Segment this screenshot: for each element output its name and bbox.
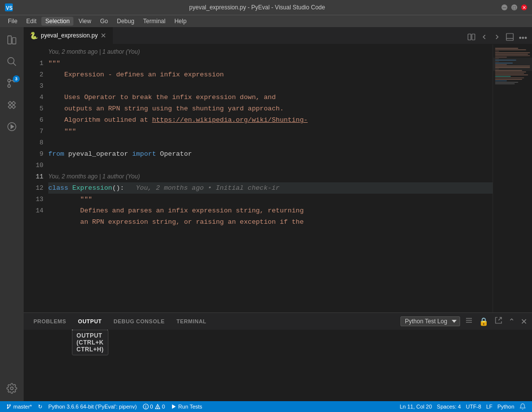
terminal-tab[interactable]: TERMINAL: [170, 313, 212, 330]
more-actions-icon[interactable]: •••: [518, 33, 528, 43]
code-line-7: """: [48, 126, 493, 137]
menu-terminal[interactable]: Terminal: [139, 17, 169, 26]
svg-rect-15: [468, 34, 471, 40]
git-annotation-1: You, 2 months ago | 1 author (You): [48, 46, 493, 58]
run-tests-label: Run Tests: [178, 404, 202, 410]
menu-edit[interactable]: Edit: [22, 17, 40, 26]
menu-go[interactable]: Go: [96, 17, 112, 26]
svg-point-28: [145, 408, 146, 408]
scroll-up-icon[interactable]: ⌃: [507, 316, 516, 327]
indentation[interactable]: Spaces: 4: [435, 401, 463, 412]
source-control-badge: 3: [13, 75, 20, 82]
maximize-button[interactable]: □: [511, 4, 517, 10]
code-content[interactable]: You, 2 months ago | 1 author (You) """ E…: [48, 44, 493, 312]
python-interpreter[interactable]: Python 3.6.6 64-bit ('PyEval': pipenv): [46, 401, 139, 412]
svg-text:VS: VS: [6, 5, 13, 11]
svg-marker-31: [172, 405, 176, 409]
settings-icon[interactable]: [3, 379, 21, 397]
split-editor-icon[interactable]: [466, 32, 476, 44]
minimize-button[interactable]: ─: [501, 4, 507, 10]
sync-status[interactable]: ↻: [36, 401, 44, 412]
errors-status[interactable]: 0 0: [141, 401, 167, 412]
minimap-content: [493, 44, 532, 312]
position-text: Ln 11, Col 20: [399, 404, 432, 410]
output-select[interactable]: Python Test LogGitPython: [400, 316, 460, 326]
run-tests-status[interactable]: Run Tests: [169, 401, 204, 412]
problems-tab[interactable]: PROBLEMS: [28, 313, 72, 330]
svg-rect-2: [8, 36, 11, 44]
toggle-panel-icon[interactable]: [505, 32, 515, 44]
activity-bar: 3: [0, 27, 24, 401]
language-text: Python: [498, 404, 514, 410]
close-button[interactable]: ✕: [521, 4, 527, 10]
activity-bottom: [3, 379, 21, 397]
svg-point-22: [7, 405, 8, 406]
menu-selection[interactable]: Selection: [41, 17, 73, 26]
main-layout: 3: [0, 27, 532, 401]
notification-bell[interactable]: [517, 401, 528, 412]
minimap: [493, 44, 532, 312]
explorer-icon[interactable]: [3, 31, 21, 49]
panel-right: Python Test LogGitPython 🔒: [400, 315, 528, 327]
svg-point-14: [10, 387, 13, 390]
svg-rect-17: [506, 34, 513, 40]
line-ending-text: LF: [486, 404, 493, 410]
cursor-position[interactable]: Ln 11, Col 20: [398, 401, 433, 412]
error-count: 0: [150, 404, 153, 410]
svg-marker-13: [11, 125, 14, 128]
code-editor[interactable]: · 1 2 3 4 5 6 7 8 9 10 11 12 13 14 You, …: [24, 44, 532, 312]
code-line-13: Defines and parses an infix expression s…: [48, 205, 493, 216]
menu-help[interactable]: Help: [170, 17, 191, 26]
tab-actions: •••: [466, 32, 532, 44]
language-mode[interactable]: Python: [496, 401, 516, 412]
close-panel-icon[interactable]: ✕: [520, 316, 528, 327]
svg-point-23: [9, 405, 11, 406]
warning-count: 0: [162, 404, 165, 410]
clear-output-icon[interactable]: [464, 315, 474, 327]
open-in-editor-icon[interactable]: [494, 315, 503, 327]
menu-view[interactable]: View: [74, 17, 95, 26]
lock-scroll-icon[interactable]: 🔒: [478, 316, 490, 327]
run-icon[interactable]: [3, 118, 21, 136]
status-bar: master* ↻ Python 3.6.6 64-bit ('PyEval':…: [0, 401, 532, 412]
panel-content: [24, 330, 532, 401]
go-back-icon[interactable]: [479, 32, 489, 44]
title-bar-left: VS: [5, 3, 13, 11]
tab-filename: pyeval_expression.py: [41, 32, 98, 39]
vscode-icon: VS: [5, 3, 13, 11]
sync-icon: ↻: [38, 404, 42, 410]
debug-console-tab[interactable]: DEBUG CONSOLE: [108, 313, 171, 330]
code-line-2: Expression - defines an infix expression: [48, 69, 493, 80]
svg-rect-3: [12, 37, 16, 44]
active-tab[interactable]: 🐍 pyeval_expression.py ✕: [24, 27, 113, 44]
go-forward-icon[interactable]: [492, 32, 502, 44]
line-numbers: · 1 2 3 4 5 6 7 8 9 10 11 12 13 14: [24, 44, 48, 312]
encoding-text: UTF-8: [466, 404, 481, 410]
branch-status[interactable]: master*: [4, 401, 34, 412]
tab-bar: 🐍 pyeval_expression.py ✕: [24, 27, 532, 44]
code-line-6: Algorithm outlined at https://en.wikiped…: [48, 114, 493, 126]
menu-debug[interactable]: Debug: [113, 17, 138, 26]
branch-name: master*: [13, 404, 32, 410]
tab-close-button[interactable]: ✕: [100, 32, 106, 39]
extensions-icon[interactable]: [3, 96, 21, 114]
spaces-text: Spaces: 4: [437, 404, 461, 410]
python-version: Python 3.6.6 64-bit ('PyEval': pipenv): [48, 404, 137, 410]
svg-point-8: [8, 85, 11, 88]
code-line-1: """: [48, 58, 493, 69]
source-control-icon[interactable]: 3: [3, 74, 21, 92]
encoding[interactable]: UTF-8: [464, 401, 483, 412]
window-controls[interactable]: ─ □ ✕: [501, 4, 527, 10]
window-title: pyeval_expression.py - PyEval - Visual S…: [13, 4, 501, 11]
svg-rect-16: [472, 34, 475, 40]
menu-file[interactable]: File: [4, 17, 21, 26]
title-bar: VS pyeval_expression.py - PyEval - Visua…: [0, 0, 532, 15]
output-tab[interactable]: OUTPUT Output (Ctrl+K Ctrl+H): [72, 313, 107, 330]
svg-point-4: [8, 58, 14, 64]
code-line-9: from pyeval_operator import Operator: [48, 148, 493, 160]
status-right: Ln 11, Col 20 Spaces: 4 UTF-8 LF Python: [398, 401, 528, 412]
line-ending[interactable]: LF: [484, 401, 495, 412]
search-icon[interactable]: [3, 53, 21, 70]
svg-line-5: [13, 63, 16, 66]
svg-point-30: [157, 408, 158, 409]
